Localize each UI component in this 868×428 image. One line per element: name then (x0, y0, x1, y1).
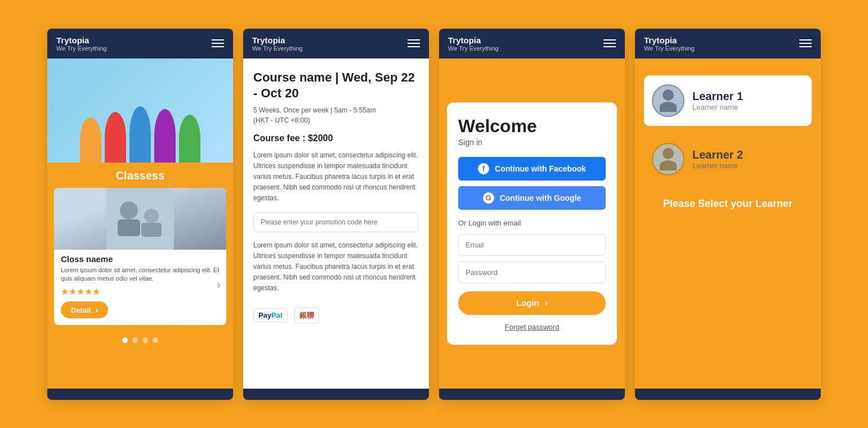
facebook-icon: f (478, 163, 489, 174)
screen2-phone: Trytopia We Try Everything Course name |… (243, 29, 429, 400)
class-name: Closs naeme (61, 254, 220, 264)
screen1-body: Classess › (47, 58, 233, 389)
kids-illustration (80, 106, 200, 163)
classes-label: Classess (47, 163, 233, 188)
learner2-name: Learner 2 (692, 148, 804, 161)
screen1-app-subtitle: We Try Everything (56, 45, 107, 52)
or-email-label: Or Login with email (458, 219, 606, 227)
screen4-header-text: Trytopia We Try Everything (644, 35, 695, 52)
screen1-menu-icon[interactable] (212, 39, 224, 47)
screen1-phone: Trytopia We Try Everything (47, 29, 233, 400)
login-button[interactable]: Login › (458, 291, 606, 315)
star-rating: ★★★★★ (61, 286, 220, 297)
dot-3[interactable] (142, 337, 148, 343)
screen1-header: Trytopia We Try Everything (47, 29, 233, 58)
screen1-footer (47, 389, 233, 400)
facebook-login-button[interactable]: f Continue with Facebook (458, 157, 606, 181)
class-card-image (54, 188, 226, 250)
course-title: Course name | Wed, Sep 22 - Oct 20 (253, 70, 419, 102)
screen4-menu-icon[interactable] (799, 39, 812, 47)
screen3-app-subtitle: We Try Everything (448, 45, 499, 52)
avatar-body-2 (660, 160, 677, 170)
learner1-name: Learner 1 (692, 90, 804, 103)
course-fee: Course fee : $2000 (253, 133, 419, 143)
class-card-image-inner (54, 188, 226, 250)
screen2-header-text: Trytopia We Try Everything (252, 35, 303, 52)
select-learner-label: Please Select your Learner (663, 198, 793, 210)
screen2-app-title: Trytopia (252, 35, 303, 45)
learner1-card[interactable]: Learner 1 Learner name (644, 75, 812, 126)
screen4-body: Learner 1 Learner name Learner 2 Learner… (635, 58, 821, 389)
svg-rect-0 (106, 188, 174, 250)
screen3-phone: Trytopia We Try Everything Welcome Sign … (439, 29, 625, 400)
student-svg (106, 188, 174, 250)
password-input[interactable] (458, 262, 606, 283)
screen2-menu-icon[interactable] (408, 39, 420, 47)
email-input[interactable] (458, 234, 606, 256)
screen3-body: Welcome Sign in f Continue with Facebook… (439, 58, 625, 389)
screen2-header: Trytopia We Try Everything (243, 29, 429, 58)
screen3-header-text: Trytopia We Try Everything (448, 35, 499, 52)
screen1-hero-image (47, 58, 233, 163)
carousel-dots (47, 331, 233, 351)
screen3-header: Trytopia We Try Everything (439, 29, 625, 58)
login-arrow-icon: › (545, 298, 548, 308)
screen2-body: Course name | Wed, Sep 22 - Oct 20 5 Wee… (243, 58, 429, 389)
avatar-body-1 (660, 102, 677, 112)
kid-figure-4 (154, 109, 176, 163)
screen1-app-title: Trytopia (56, 35, 107, 45)
detail-arrow-icon: › (95, 305, 98, 314)
dot-4[interactable] (153, 337, 158, 343)
dot-1[interactable] (122, 337, 128, 343)
payment-icons: PayPal 銀聯 (253, 308, 419, 323)
svg-rect-4 (141, 223, 162, 237)
class-card: › Closs naeme Lorem ipsum dolor sit amet… (54, 188, 226, 326)
class-description: Lorem ipsum dolor sit amet, consectetur … (61, 266, 220, 283)
learner2-card[interactable]: Learner 2 Learner name (644, 134, 812, 184)
kid-figure-1 (80, 118, 101, 163)
avatar-head-2 (663, 148, 674, 159)
screen4-phone: Trytopia We Try Everything Learner 1 Lea… (635, 29, 821, 400)
kid-figure-2 (105, 112, 126, 163)
google-login-button[interactable]: G Continue with Google (458, 186, 606, 210)
unionpay-icon: 銀聯 (294, 308, 319, 323)
course-description-1: Lorem ipsum dolor sit amet, consectetur … (253, 150, 419, 204)
login-card: Welcome Sign in f Continue with Facebook… (447, 102, 617, 345)
screen2-app-subtitle: We Try Everything (252, 45, 303, 52)
kid-figure-3 (129, 106, 151, 163)
screens-container: Trytopia We Try Everything (47, 29, 821, 400)
avatar-person-2 (660, 148, 677, 170)
detail-button[interactable]: Detail › (61, 301, 108, 318)
avatar-person-1 (660, 89, 677, 112)
class-card-content: › Closs naeme Lorem ipsum dolor sit amet… (54, 250, 226, 319)
svg-rect-2 (118, 219, 140, 236)
screen3-footer (439, 389, 625, 400)
screen2-footer (243, 389, 429, 400)
screen3-app-title: Trytopia (448, 35, 499, 45)
welcome-title: Welcome (458, 116, 606, 137)
learner2-avatar (652, 143, 684, 175)
paypal-icon: PayPal (253, 308, 288, 322)
forget-password-link[interactable]: Forget password (458, 323, 606, 331)
promo-code-input[interactable] (253, 212, 419, 232)
screen4-app-subtitle: We Try Everything (644, 45, 695, 52)
learner1-info: Learner 1 Learner name (692, 90, 804, 111)
learner1-avatar (652, 84, 684, 117)
sign-in-label: Sign in (458, 138, 606, 147)
svg-point-3 (144, 209, 159, 223)
course-meta: 5 Weeks, Once per week | 5am - 5:55am (H… (253, 105, 419, 125)
avatar-head-1 (663, 89, 674, 101)
screen3-menu-icon[interactable] (603, 39, 616, 47)
screen4-app-title: Trytopia (644, 35, 695, 45)
learner2-subtitle: Learner name (692, 161, 804, 170)
screen1-header-text: Trytopia We Try Everything (56, 35, 107, 52)
screen4-footer (635, 389, 821, 400)
learner1-subtitle: Learner name (692, 103, 804, 111)
google-icon: G (483, 192, 494, 204)
screen4-header: Trytopia We Try Everything (635, 29, 821, 58)
dot-2[interactable] (132, 337, 138, 343)
course-description-2: Lorem ipsum dolor sit amet, consectetur … (253, 240, 419, 294)
kid-figure-5 (179, 115, 200, 163)
chevron-right-icon: › (217, 277, 221, 290)
learner2-info: Learner 2 Learner name (692, 148, 804, 170)
